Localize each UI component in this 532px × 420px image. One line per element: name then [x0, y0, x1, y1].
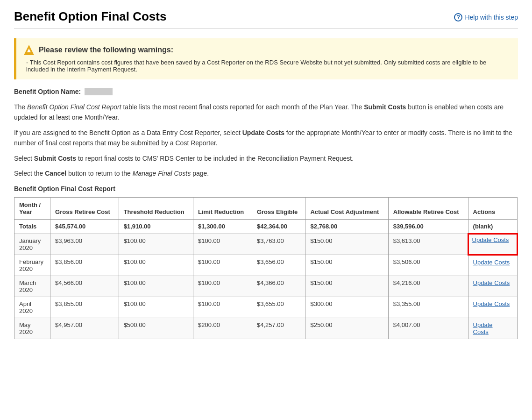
totals-actions: (blank)	[468, 220, 517, 234]
cell-threshold: $100.00	[119, 276, 193, 297]
table-row: January2020 $3,963.00 $100.00 $100.00 $3…	[14, 234, 518, 255]
cell-gross-retiree: $3,963.00	[50, 234, 119, 255]
description-section: The Benefit Option Final Cost Report tab…	[14, 102, 518, 178]
cell-allowable: $3,613.00	[388, 234, 468, 255]
desc2: If you are assigned to the Benefit Optio…	[14, 128, 518, 149]
totals-gross-retiree: $45,574.00	[50, 220, 119, 234]
cell-gross-retiree: $4,566.00	[50, 276, 119, 297]
warning-message-text: - This Cost Report contains cost figures…	[26, 59, 486, 73]
page-header: Benefit Option Final Costs ? Help with t…	[14, 9, 518, 29]
cell-threshold: $100.00	[119, 255, 193, 276]
cell-limit: $100.00	[193, 276, 252, 297]
help-link[interactable]: ? Help with this step	[454, 13, 518, 21]
cell-month-year: January2020	[14, 234, 50, 255]
col-header-gross-retiree: Gross Retiree Cost	[50, 198, 119, 220]
col-header-actions: Actions	[468, 198, 517, 220]
cell-month-year: April2020	[14, 297, 50, 318]
help-link-text: Help with this step	[465, 14, 518, 21]
cell-actual-cost: $300.00	[305, 297, 388, 318]
col-header-threshold: Threshold Reduction	[119, 198, 193, 220]
table-row: May2020 $4,957.00 $500.00 $200.00 $4,257…	[14, 318, 518, 339]
cell-gross-retiree: $3,856.00	[50, 255, 119, 276]
totals-limit: $1,300.00	[193, 220, 252, 234]
cell-month-year: March2020	[14, 276, 50, 297]
warning-title-text: Please review the following warnings:	[39, 46, 173, 54]
col-header-month-year: Month /Year	[14, 198, 50, 220]
cell-actions-highlighted: Update Costs	[468, 234, 517, 255]
table-section-title: Benefit Option Final Cost Report	[14, 185, 518, 192]
table-row: February2020 $3,856.00 $100.00 $100.00 $…	[14, 255, 518, 276]
totals-row: Totals $45,574.00 $1,910.00 $1,300.00 $4…	[14, 220, 518, 234]
cell-gross-eligible: $4,257.00	[252, 318, 305, 339]
col-header-allowable: Allowable Retiree Cost	[388, 198, 468, 220]
cell-allowable: $4,007.00	[388, 318, 468, 339]
warning-box: ▲ Please review the following warnings: …	[14, 38, 518, 79]
cell-allowable: $3,506.00	[388, 255, 468, 276]
update-costs-link-may[interactable]: UpdateCostBenefit Option Final Costss	[473, 321, 493, 335]
col-header-limit: Limit Reduction	[193, 198, 252, 220]
cell-gross-retiree: $3,855.00	[50, 297, 119, 318]
cell-month-year: May2020	[14, 318, 50, 339]
cell-allowable: $3,355.00	[388, 297, 468, 318]
benefit-option-value	[85, 88, 113, 95]
warning-message: - This Cost Report contains cost figures…	[26, 59, 511, 73]
update-costs-link-mar[interactable]: Update Costs	[473, 279, 510, 286]
warning-icon: ▲	[24, 45, 34, 55]
cell-limit: $100.00	[193, 297, 252, 318]
cell-actual-cost: $150.00	[305, 255, 388, 276]
cell-limit: $100.00	[193, 234, 252, 255]
cell-limit: $200.00	[193, 318, 252, 339]
update-costs-link-jan[interactable]: Update Costs	[472, 236, 509, 243]
desc3: Select Submit Costs to report final cost…	[14, 153, 518, 164]
table-row: April2020 $3,855.00 $100.00 $100.00 $3,6…	[14, 297, 518, 318]
cell-gross-eligible: $4,366.00	[252, 276, 305, 297]
totals-allowable: $39,596.00	[388, 220, 468, 234]
cell-threshold: $100.00	[119, 234, 193, 255]
desc4: Select the Cancel button to return to th…	[14, 168, 518, 178]
cell-actions: Update Costs	[468, 276, 517, 297]
cell-gross-eligible: $3,656.00	[252, 255, 305, 276]
cell-actual-cost: $150.00	[305, 234, 388, 255]
cell-month-year: February2020	[14, 255, 50, 276]
update-costs-link-feb[interactable]: Update Costs	[473, 259, 510, 266]
totals-label: Totals	[14, 220, 50, 234]
desc1: The Benefit Option Final Cost Report tab…	[14, 102, 518, 123]
cell-limit: $100.00	[193, 255, 252, 276]
totals-actual-cost: $2,768.00	[305, 220, 388, 234]
cell-allowable: $4,216.00	[388, 276, 468, 297]
col-header-actual-cost: Actual Cost Adjustment	[305, 198, 388, 220]
col-header-gross-eligible: Gross Eligible	[252, 198, 305, 220]
help-icon: ?	[454, 13, 462, 21]
cell-actions: UpdateCostBenefit Option Final Costss	[468, 318, 517, 339]
cell-gross-retiree: $4,957.00	[50, 318, 119, 339]
cell-threshold: $500.00	[119, 318, 193, 339]
benefit-option-label: Benefit Option Name:	[14, 88, 81, 95]
cell-actual-cost: $150.00	[305, 276, 388, 297]
cell-actions: Update Costs	[468, 255, 517, 276]
cell-actions: Update Costs	[468, 297, 517, 318]
table-row: March2020 $4,566.00 $100.00 $100.00 $4,3…	[14, 276, 518, 297]
cell-threshold: $100.00	[119, 297, 193, 318]
cell-gross-eligible: $3,655.00	[252, 297, 305, 318]
warning-title: ▲ Please review the following warnings:	[24, 45, 511, 55]
cell-gross-eligible: $3,763.00	[252, 234, 305, 255]
table-header-row: Month /Year Gross Retiree Cost Threshold…	[14, 198, 518, 220]
update-costs-link-apr[interactable]: Update Costs	[473, 300, 510, 307]
totals-gross-eligible: $42,364.00	[252, 220, 305, 234]
page-title: Benefit Option Final Costs	[14, 9, 166, 24]
benefit-option-name: Benefit Option Name:	[14, 88, 518, 95]
cost-report-table: Month /Year Gross Retiree Cost Threshold…	[14, 197, 518, 339]
totals-threshold: $1,910.00	[119, 220, 193, 234]
cell-actual-cost: $250.00	[305, 318, 388, 339]
